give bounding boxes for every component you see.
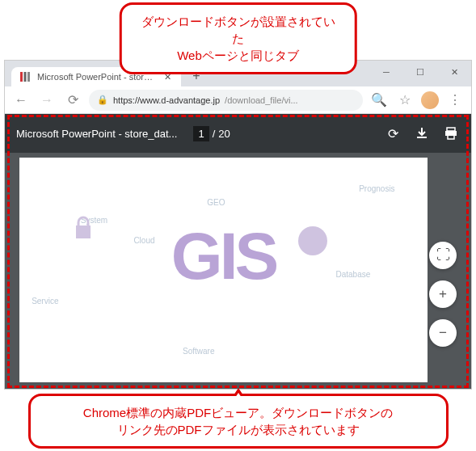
pdf-zoom-controls: ⛶ + − xyxy=(429,242,457,347)
maximize-button[interactable]: ☐ xyxy=(403,61,437,83)
svg-rect-3 xyxy=(447,128,455,131)
doc-label-cloud: Cloud xyxy=(133,236,154,245)
tab-favicon-icon xyxy=(19,71,31,82)
document-graphic: GIS GEO Prognosis System Cloud Database … xyxy=(19,158,428,382)
pdf-viewer-toolbar: Microsoft PowerPoint - store_dat... 1 / … xyxy=(5,114,471,153)
gis-logo-text: GIS xyxy=(171,218,276,294)
close-window-button[interactable]: ✕ xyxy=(437,61,471,83)
doc-label-database: Database xyxy=(336,270,371,279)
rotate-icon: ⟳ xyxy=(388,126,398,141)
search-icon[interactable]: 🔍 xyxy=(369,91,389,110)
svg-point-6 xyxy=(298,226,327,255)
zoom-out-button[interactable]: − xyxy=(429,319,457,347)
annotation-callout-top: ダウンロードボタンが設置されていた Webページと同じタブ xyxy=(119,2,357,74)
pdf-page: GIS GEO Prognosis System Cloud Database … xyxy=(19,158,428,382)
url-path: /download_file/vi... xyxy=(225,95,298,105)
pdf-title: Microsoft PowerPoint - store_dat... xyxy=(16,128,177,140)
doc-label-service: Service xyxy=(32,297,58,306)
pdf-page-sep: / xyxy=(213,128,216,140)
back-button[interactable]: ← xyxy=(11,91,31,110)
zoom-in-button[interactable]: + xyxy=(429,280,457,308)
svg-rect-7 xyxy=(76,226,91,238)
svg-rect-2 xyxy=(27,72,30,82)
fit-page-button[interactable]: ⛶ xyxy=(429,242,457,269)
doc-label-prognosis: Prognosis xyxy=(359,184,394,193)
callout-text: Chrome標準の内蔵PDFビューア。ダウンロードボタンの リンク先のPDFファ… xyxy=(83,406,393,436)
pdf-total-pages: 20 xyxy=(218,128,230,140)
reload-button[interactable]: ⟳ xyxy=(63,91,82,110)
callout-tail-bottom-inner xyxy=(230,393,246,405)
forward-button[interactable]: → xyxy=(37,91,57,110)
minimize-button[interactable]: ─ xyxy=(369,61,403,83)
print-icon xyxy=(444,126,458,141)
doc-label-software: Software xyxy=(183,347,214,356)
minus-icon: − xyxy=(439,325,447,341)
address-bar[interactable]: 🔒 https://www.d-advantage.jp/download_fi… xyxy=(89,90,363,111)
fit-icon: ⛶ xyxy=(436,247,450,263)
padlock-icon xyxy=(73,216,94,240)
callout-tail-inner xyxy=(230,44,246,57)
browser-window: ─ ☐ ✕ Microsoft PowerPoint - store_dat..… xyxy=(4,60,472,390)
pdf-current-page[interactable]: 1 xyxy=(193,126,209,141)
globe-icon xyxy=(297,225,329,257)
print-button[interactable] xyxy=(442,124,460,142)
download-icon xyxy=(415,126,429,141)
pdf-content-area[interactable]: GIS GEO Prognosis System Cloud Database … xyxy=(5,153,471,389)
lock-icon: 🔒 xyxy=(97,95,108,105)
rotate-button[interactable]: ⟳ xyxy=(384,124,402,142)
window-controls: ─ ☐ ✕ xyxy=(369,61,471,83)
svg-rect-1 xyxy=(24,72,27,82)
profile-avatar[interactable] xyxy=(421,91,439,109)
plus-icon: + xyxy=(439,286,447,302)
download-button[interactable] xyxy=(413,124,431,142)
url-host: https://www.d-advantage.jp xyxy=(113,95,220,105)
doc-label-geo: GEO xyxy=(207,198,225,207)
svg-rect-0 xyxy=(20,72,23,82)
menu-button[interactable]: ⋮ xyxy=(445,91,465,110)
bookmark-star-button[interactable]: ☆ xyxy=(395,91,415,110)
pdf-page-indicator: 1 / 20 xyxy=(193,126,230,141)
svg-rect-4 xyxy=(445,131,457,136)
browser-toolbar: ← → ⟳ 🔒 https://www.d-advantage.jp/downl… xyxy=(5,86,471,114)
